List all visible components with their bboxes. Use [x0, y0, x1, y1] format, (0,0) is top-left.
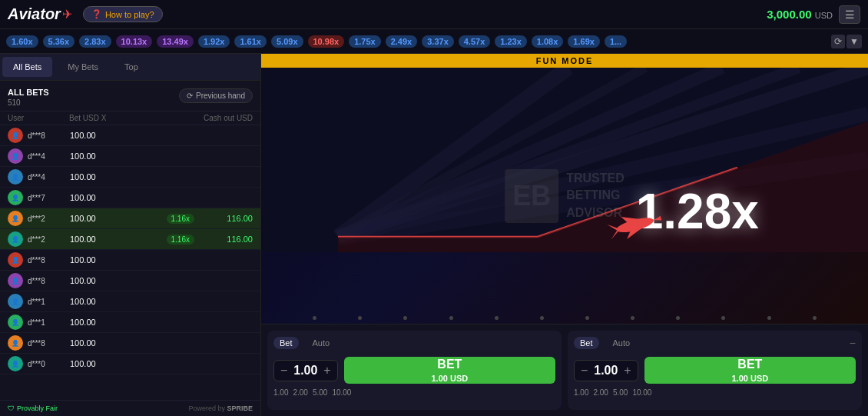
tab-all-bets[interactable]: All Bets	[2, 57, 52, 77]
logo-text: Aviator	[8, 5, 61, 23]
bet-username: d***7	[28, 194, 70, 202]
bet-input-row-1: − 1.00 + BET 1.00 USD	[273, 357, 555, 384]
trusted-logo-watermark: EB TRUSTED BETTING ADVISOR	[505, 169, 624, 223]
bets-column-headers: User Bet USD X Cash out USD	[0, 111, 260, 125]
plane-icon: ✈	[62, 7, 72, 22]
mult-chip[interactable]: 10.98x	[308, 35, 345, 48]
tab-top[interactable]: Top	[114, 57, 149, 77]
dot	[767, 316, 771, 320]
bet-amount: 100.00	[70, 131, 199, 140]
dot	[631, 316, 634, 320]
avatar: 👤	[8, 169, 23, 185]
avatar: 👤	[8, 211, 23, 226]
mult-chip[interactable]: 3.37x	[422, 35, 454, 48]
avatar: 👤	[8, 148, 23, 164]
how-to-play-label: How to play?	[105, 10, 154, 19]
amount-control-2: − 1.00 +	[574, 360, 638, 381]
bet-input-row-2: − 1.00 + BET 1.00 USD	[574, 357, 856, 384]
multiplier-bar: 1.60x 5.36x 2.83x 10.13x 13.49x 1.92x 1.…	[0, 29, 868, 54]
bet-button-2[interactable]: BET 1.00 USD	[644, 357, 856, 384]
tab-auto-2[interactable]: Auto	[607, 337, 637, 349]
mult-chip[interactable]: 1.23x	[495, 35, 527, 48]
decrease-btn-2[interactable]: −	[581, 364, 588, 377]
bet-username: d***0	[28, 360, 70, 368]
dot	[358, 316, 362, 320]
bet-amount: 100.00	[70, 151, 199, 161]
table-row: 👤 d***1 100.00	[0, 312, 260, 333]
quick-amounts-2: 1.00 2.00 5.00 10.00	[574, 388, 856, 397]
amount-value-2: 1.00	[592, 364, 619, 378]
svg-marker-16	[610, 231, 621, 240]
game-area: FUN MODE	[261, 54, 868, 416]
quick-2-1[interactable]: 2.00	[293, 388, 307, 397]
bet-amount: 100.00	[70, 297, 199, 306]
bet-button-1[interactable]: BET 1.00 USD	[344, 357, 555, 384]
bet-username: d***2	[28, 215, 70, 223]
svg-marker-12	[654, 216, 662, 222]
bet-amount: 100.00	[70, 276, 199, 285]
mult-chip[interactable]: 4.57x	[459, 35, 491, 48]
table-row: 👤 d***7 100.00	[0, 188, 260, 208]
increase-btn-1[interactable]: +	[323, 364, 330, 377]
table-row: 👤 d***1 100.00	[0, 291, 260, 312]
quick-2-2[interactable]: 2.00	[593, 388, 608, 397]
tab-my-bets[interactable]: My Bets	[57, 57, 109, 77]
betting-panel: Bet Auto − 1.00 + BET 1.00 USD 1.00	[261, 324, 868, 416]
how-to-play-button[interactable]: ❓ How to play?	[83, 6, 163, 22]
quick-4-2[interactable]: 10.00	[632, 388, 651, 397]
bet-panel-1-tabs: Bet Auto	[273, 337, 555, 349]
mult-chip[interactable]: 1.75x	[349, 35, 381, 48]
table-row: 👤 d***8 100.00	[0, 125, 260, 146]
sidebar-footer: 🛡 Provably Fair Powered by SPRIBE	[0, 400, 260, 416]
tab-bet-2[interactable]: Bet	[574, 337, 599, 349]
nav-down-button[interactable]: ▼	[846, 35, 862, 48]
provably-fair-label: Provably Fair	[17, 404, 58, 412]
bet-username: d***1	[28, 318, 70, 327]
increase-btn-2[interactable]: +	[624, 364, 631, 377]
dot	[495, 316, 499, 320]
mult-chip[interactable]: 2.83x	[79, 35, 111, 48]
quick-1-2[interactable]: 1.00	[574, 388, 588, 397]
bet-amount: 100.00	[70, 172, 199, 181]
amount-value-1: 1.00	[292, 364, 319, 378]
bet-username: d***1	[28, 298, 70, 306]
avatar: 👤	[8, 356, 23, 371]
mult-chip[interactable]: 13.49x	[157, 35, 194, 48]
balance-amount: 3,000.00	[767, 8, 811, 21]
avatar: 👤	[8, 335, 23, 351]
collapse-icon[interactable]: −	[850, 337, 856, 349]
tab-bet-1[interactable]: Bet	[273, 337, 299, 349]
decrease-btn-1[interactable]: −	[280, 364, 287, 377]
previous-hand-button[interactable]: ⟳ Previous hand	[179, 88, 253, 103]
bet-username: d***4	[28, 152, 70, 161]
dot	[721, 316, 725, 320]
menu-button[interactable]: ☰	[839, 5, 860, 24]
quick-3-1[interactable]: 5.00	[313, 388, 327, 397]
bet-amount-label-2: 1.00 USD	[731, 373, 768, 384]
bet-label-1: BET	[437, 357, 462, 373]
mult-chip[interactable]: 1...	[605, 35, 627, 48]
mult-chip[interactable]: 1.69x	[568, 35, 600, 48]
mult-chip[interactable]: 1.92x	[198, 35, 230, 48]
mult-chip[interactable]: 5.09x	[271, 35, 303, 48]
col-bet-header: Bet USD X	[69, 114, 184, 122]
bet-amount: 100.00	[70, 193, 199, 202]
quick-3-2[interactable]: 5.00	[613, 388, 628, 397]
dot	[676, 316, 680, 320]
quick-1-1[interactable]: 1.00	[273, 388, 288, 397]
avatar: 👤	[8, 273, 23, 288]
mult-chip[interactable]: 5.36x	[43, 35, 75, 48]
background-rays	[261, 68, 868, 252]
dot	[313, 316, 316, 320]
mult-chip[interactable]: 1.61x	[234, 35, 267, 48]
history-button[interactable]: ⟳	[831, 35, 845, 48]
mult-chip[interactable]: 10.13x	[116, 35, 153, 48]
mult-chip[interactable]: 1.08x	[532, 35, 564, 48]
bet-amount: 100.00	[70, 318, 199, 327]
mult-chip[interactable]: 2.49x	[386, 35, 418, 48]
mult-chip[interactable]: 1.60x	[6, 35, 38, 48]
table-row: 👤 d***4 100.00	[0, 146, 260, 167]
quick-4-1[interactable]: 10.00	[332, 388, 351, 397]
tab-auto-1[interactable]: Auto	[306, 337, 336, 349]
avatar: 👤	[8, 190, 23, 205]
